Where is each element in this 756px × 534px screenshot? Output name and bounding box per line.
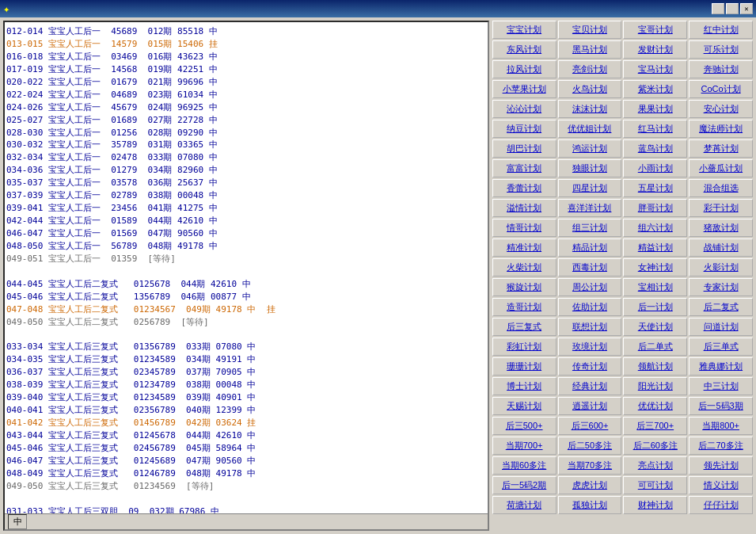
plan-btn-10-3[interactable]: 猪敌计划 [689, 219, 753, 237]
plan-btn-21-0[interactable]: 当期700+ [492, 437, 557, 455]
plan-btn-19-1[interactable]: 逍遥计划 [558, 397, 622, 415]
plan-btn-7-2[interactable]: 小雨计划 [623, 159, 687, 177]
plan-btn-7-3[interactable]: 小薔瓜计划 [689, 159, 753, 177]
plan-btn-8-3[interactable]: 混合组选 [689, 179, 753, 197]
plan-btn-22-3[interactable]: 领先计划 [689, 456, 753, 475]
minimize-button[interactable] [712, 3, 724, 14]
plan-btn-17-3[interactable]: 雅典娜计划 [689, 357, 753, 376]
plan-btn-16-0[interactable]: 彩虹计划 [492, 338, 557, 356]
plan-btn-1-1[interactable]: 黑马计划 [558, 40, 622, 59]
plan-btn-12-3[interactable]: 火影计划 [689, 258, 753, 277]
plan-btn-24-1[interactable]: 孤独计划 [558, 496, 622, 514]
plan-btn-20-0[interactable]: 后三500+ [492, 417, 557, 435]
plan-btn-6-2[interactable]: 蓝鸟计划 [623, 139, 687, 158]
plan-btn-18-1[interactable]: 经典计划 [558, 377, 622, 395]
plan-btn-22-0[interactable]: 当期60多注 [492, 456, 557, 475]
plan-btn-13-2[interactable]: 宝相计划 [623, 278, 687, 296]
plan-btn-17-0[interactable]: 珊珊计划 [492, 357, 557, 376]
plan-btn-23-0[interactable]: 后一5码2期 [492, 476, 557, 494]
plan-btn-13-1[interactable]: 周公计划 [558, 278, 622, 296]
plan-btn-20-1[interactable]: 后三600+ [558, 417, 622, 435]
plan-btn-6-3[interactable]: 梦苒计划 [689, 139, 753, 158]
plan-btn-9-1[interactable]: 喜洋洋计划 [558, 199, 622, 217]
plan-btn-4-3[interactable]: 安心计划 [689, 100, 753, 118]
plan-btn-5-1[interactable]: 优优姐计划 [558, 120, 622, 138]
plan-btn-4-2[interactable]: 果果计划 [623, 100, 687, 118]
plan-btn-11-2[interactable]: 精益计划 [623, 238, 687, 257]
plan-btn-6-1[interactable]: 鸿运计划 [558, 139, 622, 158]
plan-btn-1-3[interactable]: 可乐计划 [689, 40, 753, 59]
plan-btn-16-3[interactable]: 后三单式 [689, 338, 753, 356]
plan-btn-3-2[interactable]: 紫米计划 [623, 80, 687, 98]
plan-btn-15-1[interactable]: 联想计划 [558, 318, 622, 336]
plan-btn-6-0[interactable]: 胡巴计划 [492, 139, 557, 158]
plan-btn-24-3[interactable]: 仔仔计划 [689, 496, 753, 514]
plan-btn-7-0[interactable]: 富富计划 [492, 159, 557, 177]
plan-btn-14-3[interactable]: 后二复式 [689, 298, 753, 316]
plan-btn-0-1[interactable]: 宝贝计划 [558, 21, 622, 39]
plan-btn-3-1[interactable]: 火鸟计划 [558, 80, 622, 98]
plan-btn-9-0[interactable]: 溢情计划 [492, 199, 557, 217]
plan-btn-19-0[interactable]: 天赐计划 [492, 397, 557, 415]
plan-btn-5-3[interactable]: 魔法师计划 [689, 120, 753, 138]
plan-btn-23-3[interactable]: 情义计划 [689, 476, 753, 494]
plan-btn-5-0[interactable]: 纳豆计划 [492, 120, 557, 138]
plan-btn-1-2[interactable]: 发财计划 [623, 40, 687, 59]
plan-btn-24-2[interactable]: 财神计划 [623, 496, 687, 514]
plan-btn-4-0[interactable]: 沁沁计划 [492, 100, 557, 118]
plan-btn-24-0[interactable]: 荷塘计划 [492, 496, 557, 514]
plan-btn-23-1[interactable]: 虎虎计划 [558, 476, 622, 494]
plan-btn-11-1[interactable]: 精品计划 [558, 238, 622, 257]
plan-btn-11-0[interactable]: 精准计划 [492, 238, 557, 257]
plan-btn-2-3[interactable]: 奔驰计划 [689, 60, 753, 78]
plan-btn-11-3[interactable]: 战铺计划 [689, 238, 753, 257]
plan-btn-3-0[interactable]: 小苹果计划 [492, 80, 557, 98]
plan-btn-3-3[interactable]: CoCo计划 [689, 80, 753, 98]
maximize-button[interactable] [726, 3, 739, 14]
plan-btn-4-1[interactable]: 沫沫计划 [558, 100, 622, 118]
plan-btn-7-1[interactable]: 独眼计划 [558, 159, 622, 177]
plan-btn-2-1[interactable]: 亮剑计划 [558, 60, 622, 78]
plan-btn-0-0[interactable]: 宝宝计划 [492, 21, 557, 39]
plan-btn-14-1[interactable]: 佐助计划 [558, 298, 622, 316]
plan-btn-21-2[interactable]: 后二60多注 [623, 437, 687, 455]
plan-btn-18-2[interactable]: 阳光计划 [623, 377, 687, 395]
left-content-scroll[interactable]: 012-014 宝宝人工后一 45689 012期 85518 中 013-01… [5, 22, 488, 513]
plan-btn-23-2[interactable]: 可可计划 [623, 476, 687, 494]
plan-btn-1-0[interactable]: 东风计划 [492, 40, 557, 59]
plan-btn-12-2[interactable]: 女神计划 [623, 258, 687, 277]
plan-btn-14-0[interactable]: 造哥计划 [492, 298, 557, 316]
plan-btn-16-1[interactable]: 玫境计划 [558, 338, 622, 356]
plan-btn-0-2[interactable]: 宝哥计划 [623, 21, 687, 39]
plan-btn-10-2[interactable]: 组六计划 [623, 219, 687, 237]
plan-btn-15-2[interactable]: 天使计划 [623, 318, 687, 336]
plan-btn-8-1[interactable]: 四星计划 [558, 179, 622, 197]
plan-btn-10-0[interactable]: 情哥计划 [492, 219, 557, 237]
plan-btn-22-1[interactable]: 当期70多注 [558, 456, 622, 475]
plan-btn-12-1[interactable]: 西毒计划 [558, 258, 622, 277]
plan-btn-17-1[interactable]: 传奇计划 [558, 357, 622, 376]
plan-btn-10-1[interactable]: 组三计划 [558, 219, 622, 237]
plan-btn-16-2[interactable]: 后二单式 [623, 338, 687, 356]
plan-btn-9-2[interactable]: 胖哥计划 [623, 199, 687, 217]
plan-btn-8-0[interactable]: 香蕾计划 [492, 179, 557, 197]
plan-btn-8-2[interactable]: 五星计划 [623, 179, 687, 197]
plan-btn-5-2[interactable]: 红马计划 [623, 120, 687, 138]
plan-btn-15-0[interactable]: 后三复式 [492, 318, 557, 336]
plan-btn-21-3[interactable]: 后二70多注 [689, 437, 753, 455]
plan-btn-0-3[interactable]: 红中计划 [689, 21, 753, 39]
plan-btn-18-0[interactable]: 博士计划 [492, 377, 557, 395]
close-button[interactable]: ✕ [740, 3, 753, 14]
plan-btn-2-2[interactable]: 宝马计划 [623, 60, 687, 78]
plan-btn-20-3[interactable]: 当期800+ [689, 417, 753, 435]
plan-btn-19-2[interactable]: 优优计划 [623, 397, 687, 415]
plan-btn-13-0[interactable]: 猴旋计划 [492, 278, 557, 296]
plan-btn-20-2[interactable]: 后三700+ [623, 417, 687, 435]
plan-btn-21-1[interactable]: 后二50多注 [558, 437, 622, 455]
plan-btn-14-2[interactable]: 后一计划 [623, 298, 687, 316]
plan-btn-12-0[interactable]: 火柴计划 [492, 258, 557, 277]
plan-btn-19-3[interactable]: 后一5码3期 [689, 397, 753, 415]
plan-btn-18-3[interactable]: 中三计划 [689, 377, 753, 395]
plan-btn-17-2[interactable]: 领航计划 [623, 357, 687, 376]
plan-btn-2-0[interactable]: 拉风计划 [492, 60, 557, 78]
